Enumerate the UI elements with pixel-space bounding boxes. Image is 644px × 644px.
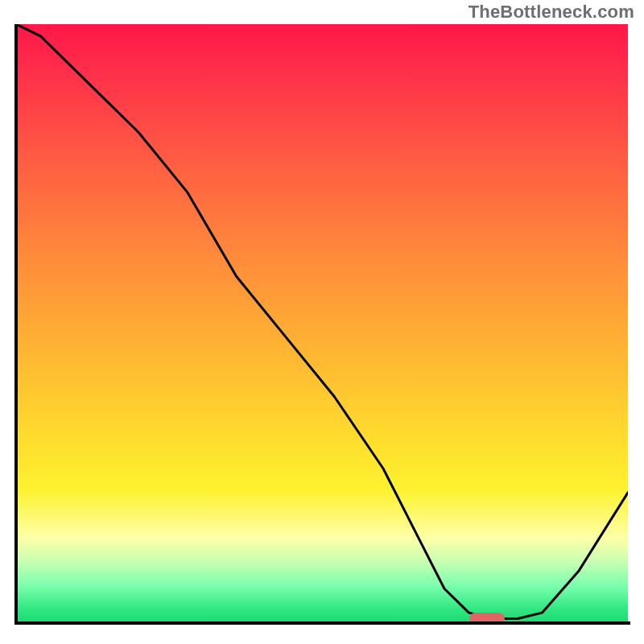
chart-area — [16, 24, 628, 636]
watermark-text: TheBottleneck.com — [469, 2, 634, 23]
bottleneck-curve — [16, 24, 628, 625]
chart-container: TheBottleneck.com — [0, 0, 644, 644]
x-axis — [16, 621, 630, 625]
y-axis — [14, 24, 18, 625]
